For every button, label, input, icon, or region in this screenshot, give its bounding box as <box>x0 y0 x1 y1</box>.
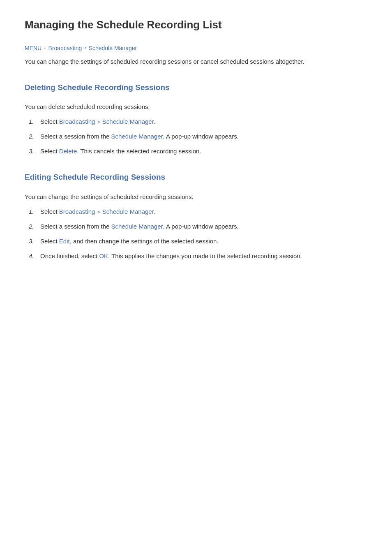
link-ok[interactable]: OK <box>99 252 108 259</box>
link-broadcasting-1[interactable]: Broadcasting <box>59 118 95 125</box>
edit-step-number-1: 1. <box>29 207 40 217</box>
breadcrumb: MENU › Broadcasting › Schedule Manager <box>25 44 367 53</box>
link-schedule-manager-3[interactable]: Schedule Manager <box>102 208 154 215</box>
section-deleting-title: Deleting Schedule Recording Sessions <box>25 81 367 95</box>
editing-step-4: 4. Once finished, select OK. This applie… <box>29 251 367 261</box>
breadcrumb-sep-2: › <box>84 44 86 52</box>
step-text-3: Select Delete. This cancels the selected… <box>40 146 367 156</box>
deleting-step-3: 3. Select Delete. This cancels the selec… <box>29 146 367 156</box>
step-text-2: Select a session from the Schedule Manag… <box>40 132 367 141</box>
breadcrumb-menu[interactable]: MENU <box>25 44 42 53</box>
editing-step-2: 2. Select a session from the Schedule Ma… <box>29 222 367 231</box>
editing-step-1: 1. Select Broadcasting > Schedule Manage… <box>29 207 367 217</box>
edit-step-text-1: Select Broadcasting > Schedule Manager. <box>40 207 367 217</box>
link-schedule-manager-2[interactable]: Schedule Manager <box>111 133 163 140</box>
page-container: Managing the Schedule Recording List MEN… <box>0 0 392 301</box>
step-number-2: 2. <box>29 132 40 141</box>
link-schedule-manager-1[interactable]: Schedule Manager <box>102 118 154 125</box>
editing-step-3: 3. Select Edit, and then change the sett… <box>29 236 367 246</box>
deleting-step-2: 2. Select a session from the Schedule Ma… <box>29 132 367 141</box>
deleting-steps-list: 1. Select Broadcasting > Schedule Manage… <box>29 117 367 156</box>
edit-step-text-3: Select Edit, and then change the setting… <box>40 236 367 246</box>
section-editing-description: You can change the settings of scheduled… <box>25 192 367 202</box>
section-deleting: Deleting Schedule Recording Sessions You… <box>25 81 367 156</box>
section-deleting-description: You can delete scheduled recording sessi… <box>25 102 367 112</box>
step-number-1: 1. <box>29 117 40 127</box>
link-delete[interactable]: Delete <box>59 148 77 155</box>
chevron-1: > <box>97 119 100 125</box>
breadcrumb-broadcasting[interactable]: Broadcasting <box>48 44 82 53</box>
editing-steps-list: 1. Select Broadcasting > Schedule Manage… <box>29 207 367 261</box>
link-edit[interactable]: Edit <box>59 238 70 245</box>
step-text-1: Select Broadcasting > Schedule Manager. <box>40 117 367 127</box>
breadcrumb-sep-1: › <box>44 44 46 52</box>
section-editing-title: Editing Schedule Recording Sessions <box>25 171 367 185</box>
step-number-3: 3. <box>29 146 40 156</box>
link-broadcasting-2[interactable]: Broadcasting <box>59 208 95 215</box>
section-editing: Editing Schedule Recording Sessions You … <box>25 171 367 261</box>
edit-step-number-4: 4. <box>29 251 40 261</box>
edit-step-text-2: Select a session from the Schedule Manag… <box>40 222 367 231</box>
link-schedule-manager-4[interactable]: Schedule Manager <box>111 223 163 230</box>
edit-step-number-3: 3. <box>29 236 40 246</box>
page-title: Managing the Schedule Recording List <box>25 16 367 37</box>
edit-step-text-4: Once finished, select OK. This applies t… <box>40 251 367 261</box>
edit-step-number-2: 2. <box>29 222 40 231</box>
chevron-2: > <box>97 209 100 215</box>
page-description: You can change the settings of scheduled… <box>25 57 367 67</box>
deleting-step-1: 1. Select Broadcasting > Schedule Manage… <box>29 117 367 127</box>
breadcrumb-schedule-manager[interactable]: Schedule Manager <box>89 44 137 53</box>
